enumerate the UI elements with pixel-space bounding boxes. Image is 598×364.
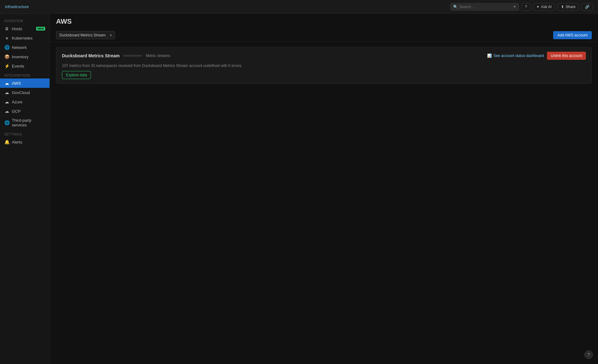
account-card: Ducksboard Metrics Stream Metric streams… xyxy=(56,47,592,84)
sidebar-item-events-label: Events xyxy=(12,64,24,69)
overview-section-label: OVERVIEW xyxy=(0,16,50,24)
sidebar-item-aws[interactable]: ☁ AWS xyxy=(0,78,50,88)
account-card-right: 📊 See account status dashboard Unlink th… xyxy=(487,52,586,60)
sidebar-item-kubernetes-label: Kubernetes xyxy=(12,36,33,40)
kubernetes-icon: ⎈ xyxy=(4,35,9,40)
account-dropdown[interactable]: Ducksboard Metrics Stream xyxy=(56,31,115,39)
sidebar-item-hosts[interactable]: 🖥 Hosts New xyxy=(0,24,50,33)
account-dropdown-wrapper[interactable]: Ducksboard Metrics Stream ▼ xyxy=(56,31,115,39)
alerts-icon: 🔔 xyxy=(4,139,9,144)
sidebar-item-hosts-label: Hosts xyxy=(12,26,22,31)
sidebar-item-third-party-label: Third-party services xyxy=(12,118,45,127)
topbar: Infrastructure 🔍 ▼ ? ✦ Ask AI ⬆ Share 🔗 xyxy=(0,0,598,14)
breadcrumb: Infrastructure xyxy=(5,4,29,9)
help-icon: ? xyxy=(525,5,527,9)
see-dashboard-button[interactable]: 📊 See account status dashboard xyxy=(487,54,544,58)
topbar-left: Infrastructure xyxy=(5,4,29,9)
sidebar-item-aws-label: AWS xyxy=(12,81,21,86)
sidebar-item-inventory-label: Inventory xyxy=(12,54,28,59)
govcloud-icon: ☁ xyxy=(4,90,9,95)
sidebar-item-alerts-label: Alerts xyxy=(12,140,22,144)
dashboard-icon: 📊 xyxy=(487,54,492,58)
sidebar-item-gcp[interactable]: ☁ GCP xyxy=(0,106,50,116)
events-icon: ⚡ xyxy=(4,64,9,69)
help-button[interactable]: ? xyxy=(521,3,530,11)
sidebar-item-network[interactable]: 🌐 Network xyxy=(0,43,50,52)
help-icon-fixed[interactable]: ? xyxy=(584,350,593,359)
inventory-icon: 📦 xyxy=(4,54,9,59)
help-question-icon: ? xyxy=(587,352,590,357)
account-name: Ducksboard Metrics Stream xyxy=(62,53,120,58)
content: Ducksboard Metrics Stream Metric streams… xyxy=(50,42,598,364)
share-label: Share xyxy=(566,5,576,9)
account-info-text: 107 metrics from 33 namespaces received … xyxy=(62,64,586,68)
hosts-new-badge: New xyxy=(36,27,45,31)
aws-icon: ☁ xyxy=(4,81,9,86)
sidebar-item-azure[interactable]: ☁ Azure xyxy=(0,97,50,106)
toolbar: Ducksboard Metrics Stream ▼ Add AWS acco… xyxy=(50,29,598,42)
ask-ai-button[interactable]: ✦ Ask AI xyxy=(533,3,555,11)
ai-icon: ✦ xyxy=(536,5,539,9)
metric-streams-tab[interactable]: Metric streams xyxy=(146,54,170,58)
search-bar[interactable]: 🔍 ▼ xyxy=(450,3,519,11)
ask-ai-label: Ask AI xyxy=(541,5,552,9)
search-dropdown-icon: ▼ xyxy=(513,5,516,8)
search-icon: 🔍 xyxy=(453,5,458,9)
sidebar-item-gcp-label: GCP xyxy=(12,109,21,114)
sidebar-item-network-label: Network xyxy=(12,45,27,50)
add-aws-button[interactable]: Add AWS account xyxy=(553,31,592,39)
share-icon: ⬆ xyxy=(561,5,564,9)
sidebar: OVERVIEW 🖥 Hosts New ⎈ Kubernetes 🌐 Netw… xyxy=(0,14,50,364)
sidebar-item-alerts[interactable]: 🔔 Alerts xyxy=(0,137,50,147)
topbar-right: 🔍 ▼ ? ✦ Ask AI ⬆ Share 🔗 xyxy=(450,3,593,11)
account-card-left: Ducksboard Metrics Stream Metric streams xyxy=(62,53,170,58)
main: AWS Ducksboard Metrics Stream ▼ Add AWS … xyxy=(50,14,598,364)
sidebar-item-inventory[interactable]: 📦 Inventory xyxy=(0,52,50,61)
copy-link-button[interactable]: 🔗 xyxy=(581,3,593,11)
sidebar-item-events[interactable]: ⚡ Events xyxy=(0,61,50,71)
account-id-badge xyxy=(123,55,142,57)
sidebar-item-third-party[interactable]: 🌐 Third-party services xyxy=(0,116,50,130)
link-icon: 🔗 xyxy=(585,5,590,9)
sidebar-item-govcloud-label: GovCloud xyxy=(12,90,30,95)
page-title: AWS xyxy=(56,17,592,26)
azure-icon: ☁ xyxy=(4,99,9,104)
hosts-icon: 🖥 xyxy=(4,26,9,31)
share-button[interactable]: ⬆ Share xyxy=(558,3,579,11)
unlink-button[interactable]: Unlink this account xyxy=(547,52,586,60)
sidebar-item-kubernetes[interactable]: ⎈ Kubernetes xyxy=(0,33,50,43)
sidebar-item-govcloud[interactable]: ☁ GovCloud xyxy=(0,88,50,97)
see-dashboard-label: See account status dashboard xyxy=(493,54,544,58)
gcp-icon: ☁ xyxy=(4,109,9,114)
layout: OVERVIEW 🖥 Hosts New ⎈ Kubernetes 🌐 Netw… xyxy=(0,14,598,364)
account-card-header: Ducksboard Metrics Stream Metric streams… xyxy=(62,52,586,60)
integrations-section-label: INTEGRATIONS xyxy=(0,71,50,78)
third-party-icon: 🌐 xyxy=(4,120,9,125)
page-header: AWS xyxy=(50,14,598,29)
network-icon: 🌐 xyxy=(4,45,9,50)
settings-section-label: SETTINGS xyxy=(0,130,50,137)
explore-data-button[interactable]: Explore data xyxy=(62,71,91,79)
search-input[interactable] xyxy=(459,5,509,9)
sidebar-item-azure-label: Azure xyxy=(12,100,22,104)
